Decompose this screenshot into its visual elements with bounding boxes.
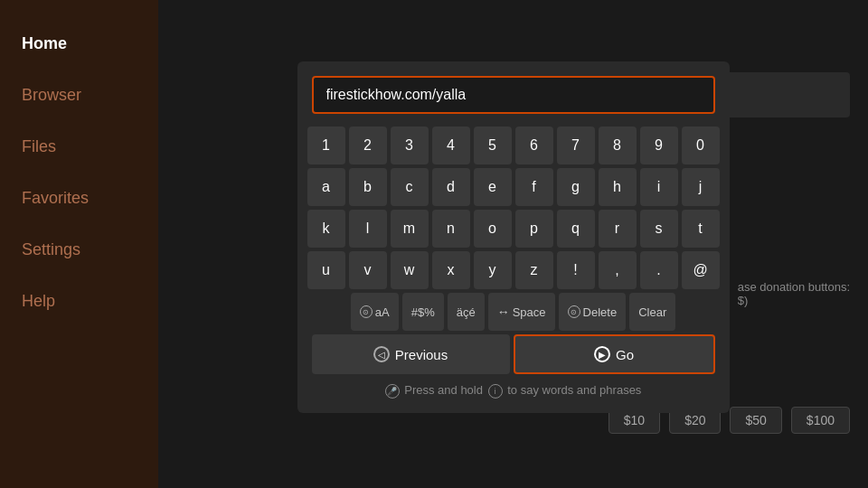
key-t[interactable]: t <box>682 210 720 248</box>
key-8[interactable]: 8 <box>599 127 637 164</box>
sidebar: Home Browser Files Favorites Settings He… <box>0 0 158 488</box>
url-input[interactable] <box>312 76 715 114</box>
keyboard: 1 2 3 4 5 6 7 8 9 0 a b c d e f g h <box>312 127 715 331</box>
key-p[interactable]: p <box>515 210 553 248</box>
key-7[interactable]: 7 <box>557 127 595 164</box>
alpha-row-2: k l m n o p q r s t <box>312 210 715 248</box>
key-space[interactable]: ↔ Space <box>488 293 555 331</box>
key-b[interactable]: b <box>349 168 387 206</box>
number-row: 1 2 3 4 5 6 7 8 9 0 <box>312 127 715 164</box>
key-at[interactable]: @ <box>682 251 720 289</box>
key-s[interactable]: s <box>640 210 678 248</box>
go-button[interactable]: ▶ Go <box>514 334 715 374</box>
key-k[interactable]: k <box>307 210 345 248</box>
key-9[interactable]: 9 <box>640 127 678 164</box>
key-case-toggle[interactable]: ⊙ aA <box>351 293 399 331</box>
key-clear[interactable]: Clear <box>629 293 675 331</box>
key-e[interactable]: e <box>474 168 512 206</box>
key-comma[interactable]: , <box>599 251 637 289</box>
key-h[interactable]: h <box>599 168 637 206</box>
previous-button[interactable]: ◁ Previous <box>312 334 510 374</box>
sidebar-item-files[interactable]: Files <box>0 121 158 173</box>
key-w[interactable]: w <box>391 251 429 289</box>
sidebar-item-help[interactable]: Help <box>0 276 158 327</box>
key-n[interactable]: n <box>432 210 470 248</box>
key-u[interactable]: u <box>307 251 345 289</box>
special-row: ⊙ aA #$% äçé ↔ Space ⊙ Delete <box>312 293 715 331</box>
sidebar-item-home[interactable]: Home <box>0 18 158 70</box>
sidebar-item-browser[interactable]: Browser <box>0 70 158 121</box>
keyboard-dialog: 1 2 3 4 5 6 7 8 9 0 a b c d e f g h <box>297 61 730 413</box>
previous-icon: ◁ <box>373 346 390 362</box>
background-donation-text: ase donation buttons: $) <box>738 280 850 307</box>
key-q[interactable]: q <box>557 210 595 248</box>
key-exclaim[interactable]: ! <box>557 251 595 289</box>
alpha-row-1: a b c d e f g h i j <box>312 168 715 206</box>
key-g[interactable]: g <box>557 168 595 206</box>
key-0[interactable]: 0 <box>682 127 720 164</box>
go-icon: ▶ <box>594 346 610 362</box>
sidebar-item-favorites[interactable]: Favorites <box>0 173 158 224</box>
key-1[interactable]: 1 <box>307 127 345 164</box>
key-x[interactable]: x <box>432 251 470 289</box>
key-y[interactable]: y <box>474 251 512 289</box>
key-m[interactable]: m <box>391 210 429 248</box>
key-a[interactable]: a <box>307 168 345 206</box>
key-5[interactable]: 5 <box>474 127 512 164</box>
key-f[interactable]: f <box>515 168 553 206</box>
donation-100[interactable]: $100 <box>791 407 850 434</box>
key-delete[interactable]: ⊙ Delete <box>559 293 627 331</box>
main-content: ase donation buttons: $) $10 $20 $50 $10… <box>158 0 868 488</box>
key-o[interactable]: o <box>474 210 512 248</box>
action-row: ◁ Previous ▶ Go <box>312 334 715 374</box>
key-6[interactable]: 6 <box>515 127 553 164</box>
key-z[interactable]: z <box>515 251 553 289</box>
key-3[interactable]: 3 <box>391 127 429 164</box>
key-l[interactable]: l <box>349 210 387 248</box>
key-period[interactable]: . <box>640 251 678 289</box>
key-2[interactable]: 2 <box>349 127 387 164</box>
alpha-row-3: u v w x y z ! , . @ <box>312 251 715 289</box>
mic-icon: 🎤 <box>385 384 400 399</box>
key-4[interactable]: 4 <box>432 127 470 164</box>
key-i[interactable]: i <box>640 168 678 206</box>
key-v[interactable]: v <box>349 251 387 289</box>
key-d[interactable]: d <box>432 168 470 206</box>
sidebar-item-settings[interactable]: Settings <box>0 224 158 276</box>
key-accents[interactable]: äçé <box>448 293 485 331</box>
donation-50[interactable]: $50 <box>730 407 781 434</box>
key-j[interactable]: j <box>682 168 720 206</box>
hold-icon: i <box>488 384 503 399</box>
key-c[interactable]: c <box>391 168 429 206</box>
key-symbols[interactable]: #$% <box>402 293 444 331</box>
key-r[interactable]: r <box>599 210 637 248</box>
press-hold-text: 🎤 Press and hold i to say words and phra… <box>312 383 715 399</box>
